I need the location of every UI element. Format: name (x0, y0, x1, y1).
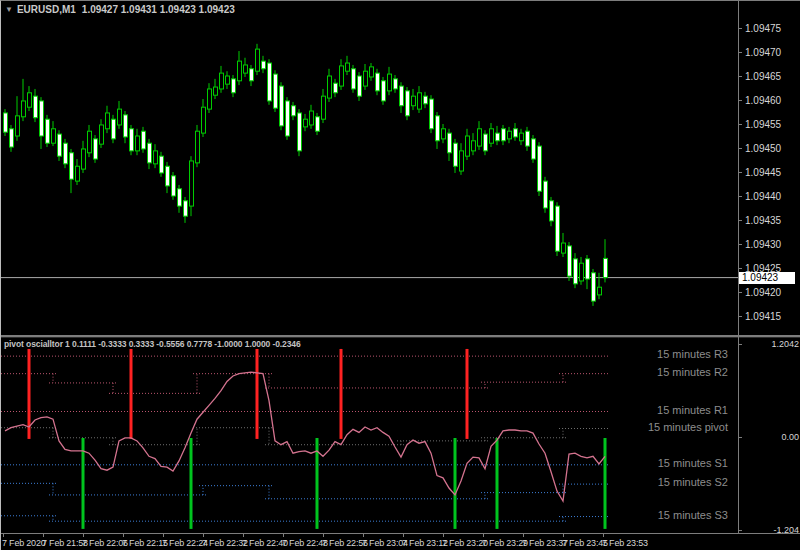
bear-candle (574, 259, 578, 284)
bull-candle (88, 131, 92, 153)
time-tick-mark (363, 534, 364, 537)
bull-candle (364, 71, 368, 86)
time-tick-label: 7 Feb 2020 (2, 538, 46, 548)
bear-candle (514, 129, 518, 137)
bull-candle (370, 67, 374, 77)
price-tick-label: 1.09415 (745, 311, 781, 322)
time-tick-mark (203, 534, 204, 537)
time-tick-mark (323, 534, 324, 537)
time-tick-label: 7 Feb 23:37 (522, 538, 568, 548)
bear-candle (46, 119, 50, 143)
current-price-tag: 1.09423 (739, 272, 795, 284)
bear-candle (94, 139, 98, 159)
indicator-canvas[interactable] (1, 337, 738, 534)
bear-candle (58, 134, 62, 156)
time-tick-label: 7 Feb 22:32 (202, 538, 248, 548)
bear-candle (532, 139, 536, 159)
time-tick-label: 7 Feb 23:20 (442, 538, 488, 548)
bear-candle (172, 176, 176, 196)
bear-candle (292, 106, 296, 116)
bull-candle (520, 133, 524, 141)
bear-candle (484, 134, 488, 151)
bear-candle (556, 206, 560, 251)
symbol-period-label: EURUSD,M1 (17, 4, 76, 15)
bull-candle (256, 49, 260, 71)
bull-candle (22, 101, 26, 117)
price-chart-canvas[interactable] (1, 1, 738, 335)
price-tick-label: 1.09455 (745, 119, 781, 130)
time-tick-label: 7 Feb 23:12 (402, 538, 448, 548)
bull-candle (196, 131, 200, 163)
dropdown-arrow-icon: ▼ (5, 5, 13, 14)
bear-candle (184, 201, 188, 216)
time-tick-label: 7 Feb 22:40 (242, 538, 288, 548)
bear-candle (286, 101, 290, 136)
bull-candle (310, 111, 314, 125)
bear-candle (10, 129, 14, 147)
bull-candle (214, 87, 218, 95)
bull-candle (472, 141, 476, 151)
bull-candle (154, 151, 158, 164)
price-tick-label: 1.09460 (745, 95, 781, 106)
bear-candle (298, 113, 302, 151)
time-tick-mark (523, 534, 524, 537)
bear-candle (538, 146, 542, 191)
bear-candle (526, 131, 530, 146)
bull-candle (562, 243, 566, 253)
axis-separator-horizontal (1, 533, 800, 534)
pane-divider[interactable] (1, 335, 800, 338)
price-tick-label: 1.09445 (745, 167, 781, 178)
bear-candle (430, 99, 434, 129)
time-tick-label: 7 Feb 22:48 (282, 538, 328, 548)
axis-separator-vertical (738, 1, 739, 534)
bear-candle (232, 79, 236, 93)
indicator-tick-label: 1.2042 (771, 339, 799, 349)
bull-candle (598, 287, 602, 295)
bull-candle (238, 61, 242, 81)
bear-candle (40, 101, 44, 136)
price-tick-label: 1.09420 (745, 287, 781, 298)
bear-candle (334, 83, 338, 93)
bull-candle (412, 96, 416, 106)
bull-candle (442, 129, 446, 139)
bull-candle (322, 96, 326, 119)
bear-candle (586, 259, 590, 279)
bull-candle (208, 89, 212, 109)
bear-candle (274, 74, 278, 108)
bear-candle (178, 189, 182, 206)
bull-candle (220, 73, 224, 89)
bull-candle (508, 131, 512, 139)
bear-candle (166, 166, 170, 186)
bull-candle (136, 136, 140, 151)
ohlc-values: 1.09427 1.09431 1.09423 1.09423 (82, 4, 235, 15)
time-tick-label: 7 Feb 23:04 (362, 538, 408, 548)
time-tick-label: 7 Feb 23:29 (482, 538, 528, 548)
bull-candle (490, 129, 494, 143)
time-axis[interactable]: 7 Feb 20207 Feb 21:587 Feb 22:067 Feb 22… (1, 534, 800, 550)
bear-candle (394, 79, 398, 89)
bear-candle (142, 131, 146, 149)
bull-candle (244, 65, 248, 73)
bear-candle (550, 201, 554, 221)
time-tick-mark (563, 534, 564, 537)
price-axis[interactable]: 1.094751.094701.094651.094601.094551.094… (739, 1, 800, 534)
time-tick-mark (403, 534, 404, 537)
bull-candle (304, 119, 308, 127)
bear-candle (262, 61, 266, 69)
time-tick-mark (603, 534, 604, 537)
bull-candle (52, 129, 56, 143)
time-tick-label: 7 Feb 23:45 (562, 538, 608, 548)
time-tick-mark (3, 534, 4, 537)
bear-candle (448, 133, 452, 153)
bear-candle (358, 76, 362, 96)
bull-candle (346, 63, 350, 71)
bear-candle (592, 273, 596, 301)
time-tick-mark (283, 534, 284, 537)
bull-candle (100, 125, 104, 144)
price-tick-label: 1.09440 (745, 191, 781, 202)
bear-candle (382, 81, 386, 101)
bull-candle (340, 66, 344, 86)
oscillator-line (5, 372, 605, 501)
time-tick-mark (43, 534, 44, 537)
time-tick-label: 7 Feb 22:06 (82, 538, 128, 548)
